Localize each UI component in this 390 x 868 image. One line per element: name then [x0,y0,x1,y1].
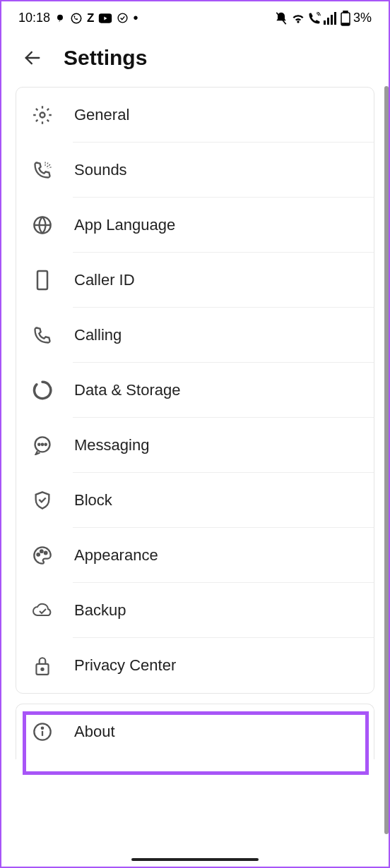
item-label: Block [74,491,112,510]
gear-icon [32,104,53,126]
svg-point-0 [57,14,63,20]
settings-item-messaging[interactable]: Messaging [16,418,374,473]
settings-item-sounds[interactable]: Sounds [16,143,374,198]
item-label: Messaging [74,436,149,454]
item-label: General [74,106,129,124]
svg-rect-8 [334,12,336,25]
settings-item-calling[interactable]: Calling [16,308,374,363]
shield-icon [32,490,53,511]
header: Settings [1,32,389,87]
back-button[interactable] [21,47,44,69]
phone-wifi-icon [308,12,321,25]
svg-point-18 [38,444,40,445]
globe-icon [32,215,53,236]
z-icon: Z [87,11,94,25]
item-label: About [74,723,115,741]
page-title: Settings [64,46,147,70]
status-left: 10:18 Z • [18,10,138,26]
svg-rect-16 [37,271,47,289]
lock-icon [32,655,53,676]
phone-sound-icon [32,159,53,181]
phone-icon [32,325,53,346]
home-indicator[interactable] [131,858,259,861]
battery-percent: 3% [353,11,372,25]
settings-item-privacy-center[interactable]: Privacy Center [16,638,374,693]
settings-card: GeneralSoundsApp LanguageCaller IDCallin… [16,87,374,694]
clock: 10:18 [18,11,50,25]
item-label: Privacy Center [74,656,176,675]
status-bar: 10:18 Z • 3% [1,1,389,32]
svg-point-1 [71,13,81,23]
svg-point-19 [42,444,43,445]
svg-point-21 [37,553,40,556]
item-label: Caller ID [74,271,135,289]
arrow-left-icon [23,48,42,68]
item-label: Data & Storage [74,381,180,399]
chat-icon [32,435,53,456]
svg-point-20 [45,444,47,445]
settings-item-block[interactable]: Block [16,473,374,528]
item-label: Calling [74,326,122,344]
notification-dot-icon [54,13,66,24]
cloud-check-icon [32,600,53,621]
more-dot-icon: • [133,10,138,26]
svg-point-13 [40,113,45,118]
svg-point-22 [40,550,43,553]
svg-point-25 [41,668,43,670]
svg-point-28 [42,728,43,729]
scrollbar[interactable] [384,86,389,834]
bell-muted-icon [274,11,288,25]
svg-rect-7 [331,15,333,25]
wifi-icon [291,11,305,25]
item-label: Sounds [74,161,127,179]
settings-item-appearance[interactable]: Appearance [16,528,374,583]
status-right: 3% [274,11,372,26]
settings-item-backup[interactable]: Backup [16,583,374,638]
svg-rect-10 [343,11,348,13]
settings-item-caller-id[interactable]: Caller ID [16,253,374,308]
item-label: Appearance [74,546,158,565]
item-label: App Language [74,216,175,234]
signal-icon [324,12,338,25]
settings-item-app-language[interactable]: App Language [16,198,374,253]
svg-rect-6 [327,18,329,25]
svg-point-23 [45,552,47,555]
settings-item-about[interactable]: About [16,704,374,759]
svg-rect-5 [324,20,326,25]
device-icon [32,270,53,291]
svg-point-3 [119,13,128,23]
item-label: Backup [74,601,126,620]
info-icon [32,721,53,742]
settings-card-2: About [16,704,374,759]
clock-check-icon [117,12,129,24]
settings-item-data-storage[interactable]: Data & Storage [16,363,374,418]
data-ring-icon [32,380,53,401]
palette-icon [32,545,53,566]
youtube-icon [98,13,112,24]
battery-icon [341,11,350,26]
svg-rect-11 [342,23,349,25]
whatsapp-icon [70,12,83,25]
settings-item-general[interactable]: General [16,88,374,143]
